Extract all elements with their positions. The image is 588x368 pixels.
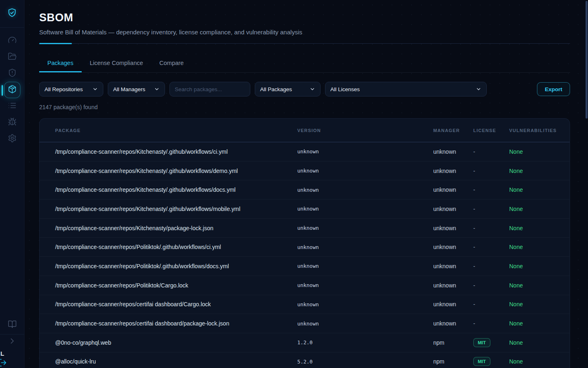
package-path: @alloc/quick-lru	[55, 358, 297, 365]
page-title: SBOM	[39, 0, 570, 24]
docs-button[interactable]	[4, 317, 20, 333]
sidebar-item-inventory[interactable]	[4, 98, 20, 114]
sidebar-item-sbom-packages[interactable]	[4, 82, 20, 98]
sidebar-item-dashboard[interactable]	[4, 33, 20, 49]
license-filter-select[interactable]: All Licenses	[325, 82, 487, 96]
column-header: Version	[297, 128, 433, 133]
vulnerabilities-status: None	[509, 339, 560, 346]
package-path: /tmp/compliance-scanner/repos/certifai d…	[55, 320, 297, 327]
sidebar-collapse-button[interactable]	[4, 335, 20, 348]
package-path: /tmp/compliance-scanner/repos/Kitchenast…	[55, 225, 297, 231]
package-version: unknown	[297, 263, 433, 269]
vulnerabilities-status: None	[509, 186, 560, 193]
table-row[interactable]: /tmp/compliance-scanner/repos/certifai d…	[40, 314, 570, 333]
book-open-icon	[8, 320, 17, 330]
package-license: -	[473, 282, 509, 289]
title-underline	[39, 43, 570, 44]
package-version: 1.2.0	[297, 339, 433, 346]
tab-bar: Packages License Compliance Compare	[39, 55, 570, 73]
column-header: Manager	[433, 128, 473, 133]
package-license: -	[473, 148, 509, 155]
vulnerabilities-status: None	[509, 168, 560, 174]
package-license: -	[473, 320, 509, 327]
table-row[interactable]: /tmp/compliance-scanner/repos/certifai d…	[40, 295, 570, 314]
search-input[interactable]	[169, 82, 250, 96]
package-path: /tmp/compliance-scanner/repos/Kitchenast…	[55, 148, 297, 155]
export-button[interactable]: Export	[537, 82, 570, 96]
table-row[interactable]: /tmp/compliance-scanner/repos/Kitchenast…	[40, 180, 570, 200]
package-license: -	[473, 225, 509, 231]
column-header: Vulnerabilities	[509, 128, 560, 133]
tab-license-compliance[interactable]: License Compliance	[82, 55, 151, 72]
license-badge: MIT	[473, 338, 490, 347]
package-path: /tmp/compliance-scanner/repos/Politiktok…	[55, 263, 297, 269]
package-version: unknown	[297, 168, 433, 174]
package-license: -	[473, 301, 509, 307]
logout-button[interactable]	[0, 358, 7, 367]
artifact-label: L	[0, 350, 4, 357]
table-row[interactable]: /tmp/compliance-scanner/repos/Kitchenast…	[40, 219, 570, 238]
package-license: -	[473, 263, 509, 269]
table-row[interactable]: /tmp/compliance-scanner/repos/Kitchenast…	[40, 162, 570, 181]
list-icon	[8, 101, 17, 112]
vulnerabilities-status: None	[509, 263, 560, 269]
package-version: unknown	[297, 301, 433, 307]
table-row[interactable]: /tmp/compliance-scanner/repos/Kitchenast…	[40, 142, 570, 162]
main-content: SBOM Software Bill of Materials — depend…	[24, 0, 588, 368]
column-header: License	[473, 128, 509, 133]
repository-filter-select[interactable]: All Repositories	[39, 82, 103, 96]
sidebar-nav	[4, 33, 20, 147]
manager-filter-value: All Managers	[113, 86, 145, 92]
package-path: /tmp/compliance-scanner/repos/Kitchenast…	[55, 186, 297, 193]
chevron-right-icon	[8, 337, 17, 347]
table-header: PackageVersionManagerLicenseVulnerabilit…	[40, 119, 570, 142]
folder-icon	[8, 52, 17, 63]
package-path: /tmp/compliance-scanner/repos/Kitchenast…	[55, 168, 297, 174]
package-icon	[8, 85, 17, 95]
package-license: MIT	[473, 338, 509, 347]
package-manager: unknown	[433, 282, 473, 289]
package-manager: unknown	[433, 186, 473, 193]
vulnerabilities-status: None	[509, 244, 560, 250]
table-row[interactable]: /tmp/compliance-scanner/repos/Kitchenast…	[40, 200, 570, 219]
scrollbar-thumb[interactable]	[586, 1, 588, 119]
chevron-down-icon	[92, 86, 98, 92]
sidebar-item-security[interactable]	[4, 65, 20, 82]
column-header: Package	[55, 128, 297, 133]
table-row[interactable]: @0no-co/graphql.web 1.2.0 npm MIT None	[40, 333, 570, 352]
package-manager: unknown	[433, 244, 473, 250]
sidebar-item-repositories[interactable]	[4, 49, 20, 65]
vulnerabilities-status: None	[509, 358, 560, 365]
repository-filter-value: All Repositories	[45, 86, 83, 92]
package-version: unknown	[297, 148, 433, 155]
package-filter-select[interactable]: All Packages	[255, 82, 321, 96]
sidebar	[0, 0, 24, 368]
sidebar-item-settings[interactable]	[4, 131, 20, 147]
packages-table-card: PackageVersionManagerLicenseVulnerabilit…	[39, 118, 570, 368]
package-manager: unknown	[433, 206, 473, 212]
package-version: unknown	[297, 187, 433, 193]
sidebar-divider	[0, 334, 24, 334]
vulnerabilities-status: None	[509, 320, 560, 327]
table-row[interactable]: /tmp/compliance-scanner/repos/Politiktok…	[40, 276, 570, 295]
package-license: -	[473, 186, 509, 193]
manager-filter-select[interactable]: All Managers	[108, 82, 165, 96]
table-row[interactable]: @alloc/quick-lru 5.2.0 npm MIT None	[40, 352, 570, 368]
tab-compare[interactable]: Compare	[151, 55, 192, 72]
table-row[interactable]: /tmp/compliance-scanner/repos/Politiktok…	[40, 238, 570, 257]
package-version: unknown	[297, 282, 433, 288]
chevron-down-icon	[154, 86, 160, 92]
tab-packages[interactable]: Packages	[39, 55, 82, 72]
table-body: /tmp/compliance-scanner/repos/Kitchenast…	[40, 142, 570, 368]
package-path: /tmp/compliance-scanner/repos/Politiktok…	[55, 282, 297, 289]
bug-icon	[8, 117, 17, 128]
vulnerabilities-status: None	[509, 148, 560, 155]
sidebar-item-vulnerabilities[interactable]	[4, 114, 20, 131]
package-license: -	[473, 168, 509, 174]
vulnerabilities-status: None	[509, 206, 560, 212]
package-manager: unknown	[433, 225, 473, 231]
package-license: -	[473, 206, 509, 212]
package-version: unknown	[297, 225, 433, 231]
package-manager: npm	[433, 358, 473, 365]
table-row[interactable]: /tmp/compliance-scanner/repos/Politiktok…	[40, 257, 570, 276]
